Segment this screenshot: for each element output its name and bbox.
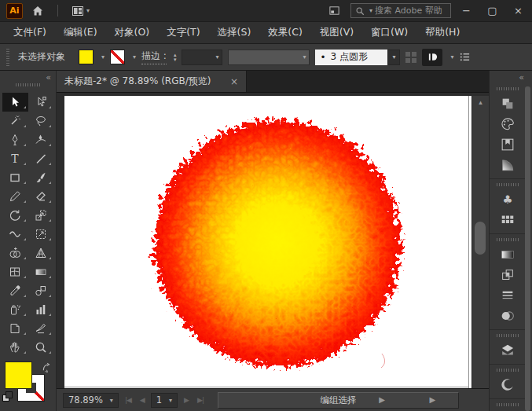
stacked-squares-panel-icon[interactable]: [490, 94, 526, 114]
default-fill-stroke-icon[interactable]: [2, 391, 13, 402]
curvature-tool[interactable]: [28, 130, 54, 149]
chevron-down-icon[interactable]: ▾: [450, 53, 453, 61]
layers-panel-icon[interactable]: [490, 340, 526, 361]
play-icon[interactable]: ▶: [429, 395, 435, 404]
minimize-button[interactable]: −: [456, 0, 477, 21]
stroke-label[interactable]: 描边 :: [141, 50, 167, 64]
play-icon[interactable]: ▶: [379, 395, 385, 404]
next-artboard-button[interactable]: ▶: [182, 396, 191, 404]
menu-select[interactable]: 选择(S): [209, 26, 260, 39]
panel-grip[interactable]: [497, 369, 519, 372]
menu-file[interactable]: 文件(F): [5, 26, 55, 39]
menu-view[interactable]: 视图(V): [311, 26, 362, 39]
blend-tool[interactable]: [28, 281, 54, 300]
gradient-fan-panel-icon[interactable]: [490, 155, 526, 175]
menu-effect[interactable]: 效果(C): [259, 26, 310, 39]
column-graph-tool[interactable]: [28, 300, 54, 319]
artboard-canvas[interactable]: [64, 96, 471, 388]
width-tool[interactable]: [2, 225, 28, 244]
lasso-tool[interactable]: [28, 112, 54, 130]
menu-window[interactable]: 窗口(W): [362, 26, 416, 39]
paintbrush-tool[interactable]: [28, 168, 54, 187]
dock-scrollbar[interactable]: [525, 86, 530, 411]
brushes-panel-icon[interactable]: [490, 375, 526, 395]
divider: [57, 5, 58, 17]
home-button[interactable]: [26, 2, 50, 20]
basic-appearance-button[interactable]: [422, 49, 442, 66]
collapse-tools-icon[interactable]: «: [46, 72, 51, 83]
eraser-tool[interactable]: [28, 187, 54, 206]
zoom-level-select[interactable]: 78.89% ▾: [63, 393, 119, 408]
close-button[interactable]: ×: [508, 0, 529, 21]
previous-artboard-button[interactable]: ◀: [138, 396, 147, 404]
symbol-sprayer-tool[interactable]: [2, 300, 28, 319]
stroke-width-select[interactable]: ▾: [182, 50, 222, 65]
arrange-documents-button[interactable]: ▾: [66, 2, 95, 20]
menu-help[interactable]: 帮助(H): [416, 26, 468, 39]
shape-builder-tool[interactable]: [2, 244, 28, 262]
document-tab[interactable]: 未标题-2* @ 78.89% (RGB/预览) ×: [57, 71, 247, 92]
menu-object[interactable]: 对象(O): [106, 26, 159, 39]
menu-type[interactable]: 文字(T): [158, 26, 208, 39]
chevron-down-icon[interactable]: ▾: [387, 50, 400, 65]
perspective-grid-tool[interactable]: [28, 244, 54, 262]
search-input[interactable]: ▾ 搜索 Adobe 帮助: [350, 3, 451, 18]
gradient-tool[interactable]: [28, 262, 54, 281]
fill-swatch[interactable]: [5, 361, 32, 389]
brush-definition-combo[interactable]: • 3 点圆形 ▾: [315, 50, 400, 65]
scroll-up-icon[interactable]: ▴: [472, 96, 489, 108]
fuzzy-sun-circle[interactable]: [149, 115, 396, 361]
color-panel-icon[interactable]: [490, 114, 526, 134]
mesh-tool[interactable]: [2, 262, 28, 281]
magic-wand-tool[interactable]: [2, 112, 28, 130]
free-transform-tool[interactable]: [28, 225, 54, 244]
pen-tool[interactable]: [2, 130, 28, 149]
workspace-switcher-button[interactable]: [323, 2, 346, 20]
stroke-panel-icon[interactable]: [490, 285, 526, 306]
direct-selection-tool[interactable]: [28, 93, 54, 112]
type-tool[interactable]: T: [2, 149, 28, 168]
panel-grip[interactable]: [497, 183, 519, 186]
rectangle-tool[interactable]: [2, 168, 28, 187]
panel-grip[interactable]: [497, 403, 519, 406]
panel-grip[interactable]: [497, 238, 519, 241]
selection-tool[interactable]: [2, 93, 28, 112]
last-artboard-button[interactable]: ▶|: [195, 396, 206, 404]
symbols-panel-icon[interactable]: ♣: [490, 189, 526, 210]
gradient-panel-icon[interactable]: [490, 244, 526, 265]
hand-tool[interactable]: [2, 338, 28, 357]
artboards-panel-icon[interactable]: [490, 210, 526, 230]
artboard-tool[interactable]: [2, 319, 28, 338]
menu-edit[interactable]: 编辑(E): [55, 26, 106, 39]
status-bar: 78.89% ▾ |◀ ◀ 1 ▾ ▶ ▶| 编组选择 ▶ ▶: [57, 388, 489, 411]
panel-grip[interactable]: [497, 334, 519, 337]
vertical-scrollbar[interactable]: ▴: [471, 96, 489, 388]
scrollbar-thumb[interactable]: [475, 222, 486, 255]
app-logo[interactable]: Ai: [6, 3, 23, 19]
fill-color-swatch[interactable]: [79, 50, 94, 64]
artboard-select[interactable]: 1 ▾: [151, 393, 178, 408]
close-tab-icon[interactable]: ×: [230, 76, 238, 87]
panel-grip[interactable]: [497, 87, 519, 90]
stroke-color-swatch[interactable]: [110, 50, 125, 64]
stroke-width-stepper[interactable]: ▴▾: [174, 53, 177, 62]
slice-tool[interactable]: [28, 319, 54, 338]
shaper-tool[interactable]: [2, 187, 28, 206]
zoom-tool[interactable]: [28, 338, 54, 357]
line-segment-tool[interactable]: [28, 149, 54, 168]
panel-grip[interactable]: [6, 49, 9, 66]
eyedropper-tool[interactable]: [2, 281, 28, 300]
first-artboard-button[interactable]: |◀: [123, 396, 134, 404]
swap-fill-stroke-icon[interactable]: [42, 361, 52, 376]
list-menu-icon[interactable]: [459, 51, 471, 63]
pathfinder-panel-icon[interactable]: [490, 265, 526, 285]
transparency-panel-icon[interactable]: [490, 306, 526, 326]
rotate-tool[interactable]: [2, 206, 28, 225]
chevron-down-icon[interactable]: ▾: [101, 53, 105, 61]
tools-grip[interactable]: [16, 83, 41, 86]
chevron-down-icon[interactable]: ▾: [133, 53, 136, 61]
collapse-dock-icon[interactable]: «: [519, 72, 524, 83]
maximize-button[interactable]: ▢: [482, 0, 503, 21]
swatches-panel-icon[interactable]: [490, 134, 526, 155]
scale-tool[interactable]: [28, 206, 54, 225]
